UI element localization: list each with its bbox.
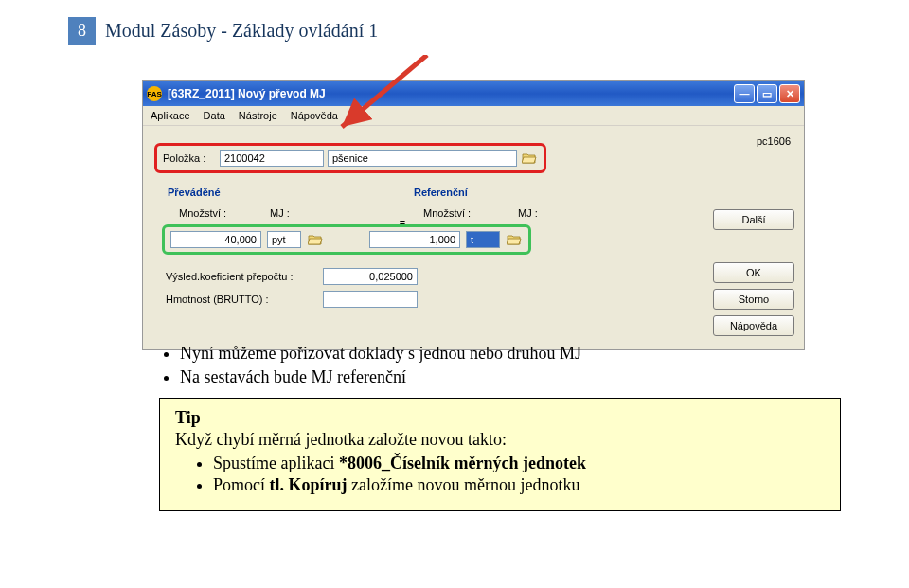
right-button-column: pc1606 Další OK Storno Nápověda — [713, 135, 794, 336]
tip-title: Tip — [175, 408, 825, 428]
window-title: [63RZ_2011] Nový převod MJ — [168, 87, 326, 100]
dalsi-button[interactable]: Další — [713, 209, 794, 230]
brutto-row: Hmotnost (BRUTTO) : — [166, 291, 418, 308]
column-headers: Množství : MJ : = Množství : MJ : — [168, 207, 651, 219]
qty1-input[interactable]: 40,000 — [170, 231, 261, 248]
header-mnozstvi-1: Množství : — [168, 207, 270, 219]
app-icon: FAS — [147, 86, 162, 101]
tip-intro: Když chybí měrná jednotka založte novou … — [175, 430, 825, 450]
polozka-row: Položka : 2100042 pšenice — [154, 143, 546, 173]
form-region: Položka : 2100042 pšenice Převáděné Refe… — [152, 135, 713, 336]
pc-id-label: pc1606 — [713, 135, 794, 147]
values-row: 40,000 pyt 1,000 t — [162, 224, 531, 255]
ok-button[interactable]: OK — [713, 262, 794, 283]
titlebar: FAS [63RZ_2011] Nový převod MJ — ▭ ✕ — [143, 81, 804, 106]
tip-li-2-prefix: Pomocí — [213, 475, 270, 494]
brutto-input[interactable] — [323, 291, 418, 308]
tip-li-1-prefix: Spustíme aplikaci — [213, 454, 339, 472]
maximize-button[interactable]: ▭ — [757, 84, 777, 103]
page-number: 8 — [68, 17, 96, 45]
menu-napoveda[interactable]: Nápověda — [291, 110, 338, 121]
section-referencni: Referenční — [414, 187, 468, 198]
storno-button[interactable]: Storno — [713, 289, 794, 310]
coef-label: Výsled.koeficient přepočtu : — [166, 271, 315, 282]
titlebar-buttons: — ▭ ✕ — [734, 84, 800, 103]
header-mnozstvi-2: Množství : — [412, 207, 518, 219]
menu-nastroje[interactable]: Nástroje — [239, 110, 277, 121]
tip-li-1: Spustíme aplikaci *8006_Číselník měrných… — [213, 454, 825, 473]
tip-box: Tip Když chybí měrná jednotka založte no… — [159, 398, 841, 511]
open-folder-icon-unit2[interactable] — [506, 232, 523, 247]
section-prevadene: Převáděné — [168, 187, 414, 198]
tip-li-2: Pomocí tl. Kopíruj založíme novou měrnou… — [213, 475, 825, 495]
tip-li-1-bold: *8006_Číselník měrných jednotek — [339, 454, 586, 472]
unit2-input[interactable]: t — [466, 231, 500, 248]
close-button[interactable]: ✕ — [779, 84, 800, 103]
header-mj-1: MJ : — [270, 207, 393, 219]
section-labels: Převáděné Referenční — [168, 187, 651, 198]
polozka-name-input[interactable]: pšenice — [328, 150, 517, 167]
coef-row: Výsled.koeficient přepočtu : 0,025000 — [166, 268, 418, 285]
app-window: FAS [63RZ_2011] Nový převod MJ — ▭ ✕ Apl… — [142, 80, 805, 350]
body-bullets: Nyní můžeme pořizovat doklady s jednou n… — [159, 343, 822, 389]
minimize-button[interactable]: — — [734, 84, 755, 103]
tip-li-2-suffix: založíme novou měrnou jednotku — [348, 475, 580, 494]
menubar: Aplikace Data Nástroje Nápověda — [143, 106, 804, 126]
menu-aplikace[interactable]: Aplikace — [151, 110, 190, 121]
brutto-label: Hmotnost (BRUTTO) : — [166, 294, 315, 305]
header-mj-2: MJ : — [518, 207, 651, 219]
bullet-2: Na sestavách bude MJ referenční — [180, 366, 822, 388]
client-area: Položka : 2100042 pšenice Převáděné Refe… — [143, 126, 804, 349]
tip-li-2-bold: tl. Kopíruj — [270, 475, 348, 494]
polozka-code-input[interactable]: 2100042 — [220, 150, 324, 167]
page-header: 8 Modul Zásoby - Základy ovládání 1 — [68, 17, 378, 45]
menu-data[interactable]: Data — [204, 110, 225, 121]
bullet-1: Nyní můžeme pořizovat doklady s jednou n… — [180, 343, 822, 365]
page-title: Modul Zásoby - Základy ovládání 1 — [105, 20, 378, 42]
open-folder-icon[interactable] — [521, 151, 538, 166]
polozka-label: Položka : — [163, 152, 216, 164]
qty2-input[interactable]: 1,000 — [369, 231, 460, 248]
unit1-input[interactable]: pyt — [267, 231, 301, 248]
napoveda-button[interactable]: Nápověda — [713, 315, 794, 336]
coef-input[interactable]: 0,025000 — [323, 268, 418, 285]
open-folder-icon-unit1[interactable] — [307, 232, 324, 247]
